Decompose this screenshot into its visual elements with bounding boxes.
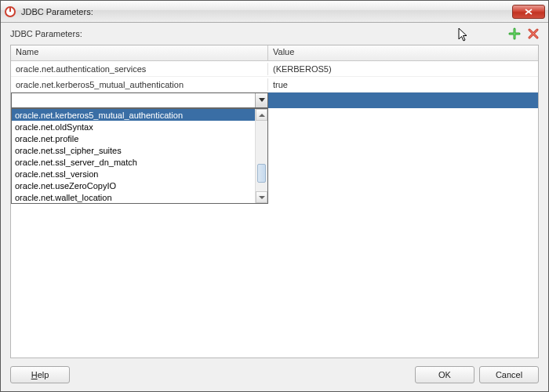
jdbc-parameters-dialog: JDBC Parameters: JDBC Parameters: Name V… bbox=[0, 0, 549, 392]
delete-parameter-button[interactable] bbox=[526, 27, 540, 41]
titlebar[interactable]: JDBC Parameters: bbox=[1, 1, 548, 23]
table-row-editing[interactable] bbox=[11, 93, 538, 108]
svg-rect-1 bbox=[9, 7, 11, 12]
dropdown-item[interactable]: oracle.net.useZeroCopyIO bbox=[12, 180, 255, 191]
dropdown-list: oracle.net.kerberos5_mutual_authenticati… bbox=[12, 109, 255, 203]
scroll-down-button[interactable] bbox=[256, 191, 267, 203]
dropdown-item[interactable]: oracle.net.wallet_location bbox=[12, 191, 255, 203]
column-header-name[interactable]: Name bbox=[11, 45, 268, 60]
help-mnemonic: H bbox=[31, 370, 38, 379]
name-combobox[interactable] bbox=[11, 93, 268, 108]
dropdown-item[interactable]: oracle.net.ssl_version bbox=[12, 168, 255, 180]
dropdown-item[interactable]: oracle.net.ssl_server_dn_match bbox=[12, 156, 255, 168]
dialog-footer: Help OK Cancel bbox=[1, 363, 548, 391]
dropdown-item[interactable]: oracle.net.profile bbox=[12, 132, 255, 144]
dropdown-toggle-button[interactable] bbox=[255, 93, 267, 107]
cell-value: true bbox=[268, 78, 538, 91]
cancel-button[interactable]: Cancel bbox=[479, 366, 539, 383]
panel-header: JDBC Parameters: bbox=[1, 23, 548, 45]
grid-header: Name Value bbox=[11, 45, 538, 61]
cell-name: oracle.net.kerberos5_mutual_authenticati… bbox=[11, 78, 268, 91]
name-input[interactable] bbox=[12, 93, 255, 107]
ok-button[interactable]: OK bbox=[415, 366, 474, 383]
table-row[interactable]: oracle.net.kerberos5_mutual_authenticati… bbox=[11, 77, 538, 93]
help-button[interactable]: Help bbox=[10, 366, 70, 383]
scroll-up-button[interactable] bbox=[256, 109, 267, 121]
cell-value: (KERBEROS5) bbox=[268, 63, 538, 75]
window-close-button[interactable] bbox=[512, 5, 545, 19]
window-title: JDBC Parameters: bbox=[21, 7, 512, 16]
parameters-grid: Name Value oracle.net.authentication_ser… bbox=[10, 45, 539, 358]
dropdown-item[interactable]: oracle.net.oldSyntax bbox=[12, 121, 255, 132]
table-row[interactable]: oracle.net.authentication_services (KERB… bbox=[11, 61, 538, 77]
app-icon bbox=[4, 5, 16, 18]
dropdown-scrollbar[interactable] bbox=[255, 109, 267, 203]
name-dropdown-list[interactable]: oracle.net.kerberos5_mutual_authenticati… bbox=[11, 108, 268, 204]
scroll-thumb[interactable] bbox=[257, 164, 266, 183]
panel-label: JDBC Parameters: bbox=[10, 29, 82, 38]
dropdown-item[interactable]: oracle.net.kerberos5_mutual_authenticati… bbox=[12, 109, 255, 121]
dropdown-item[interactable]: oracle.net.ssl_cipher_suites bbox=[12, 144, 255, 156]
add-parameter-button[interactable] bbox=[507, 27, 522, 41]
cell-name: oracle.net.authentication_services bbox=[11, 63, 268, 75]
column-header-value[interactable]: Value bbox=[268, 45, 538, 60]
